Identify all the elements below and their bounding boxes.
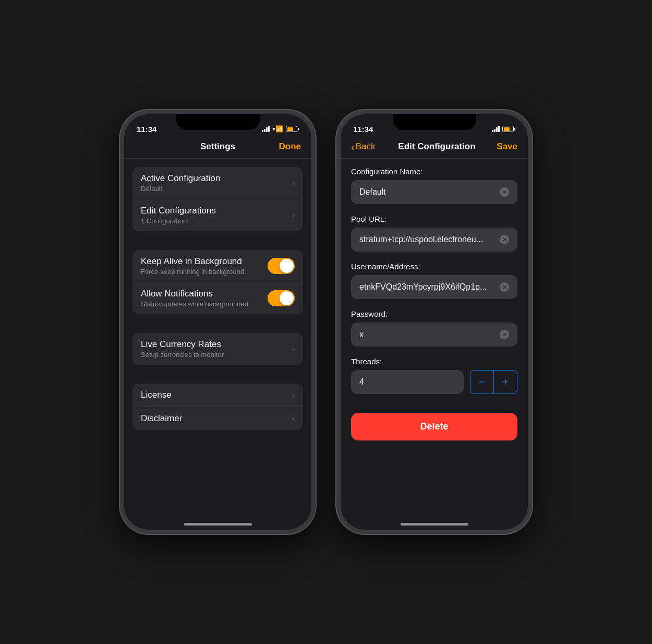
keep-alive-title: Keep Alive in Background — [141, 256, 268, 267]
page-title: Edit Configuration — [382, 141, 491, 152]
volume-down-button[interactable] — [120, 229, 121, 260]
back-button[interactable]: ‹ Back — [351, 141, 382, 152]
username-clear-button[interactable]: ✕ — [500, 282, 509, 292]
config-name-label: Configuration Name: — [351, 167, 517, 176]
chevron-right-icon: › — [292, 178, 295, 188]
settings-group-top: Active Configuration Default › Edit Conf… — [132, 167, 303, 231]
pool-url-clear-button[interactable]: ✕ — [500, 235, 509, 244]
chevron-right-icon: › — [292, 211, 295, 220]
decrement-button[interactable]: − — [470, 371, 493, 393]
battery-icon — [286, 126, 299, 132]
signal-icon — [262, 126, 270, 132]
toggle-knob — [280, 291, 294, 305]
settings-group-toggles: Keep Alive in Background Force-keep runn… — [132, 250, 303, 314]
volume-up-button[interactable] — [120, 193, 121, 224]
edit-configurations-row[interactable]: Edit Configurations 1 Configuration › — [132, 199, 303, 231]
chevron-right-icon: › — [292, 414, 295, 423]
save-button[interactable]: Save — [491, 141, 517, 152]
chevron-right-icon: › — [292, 344, 295, 354]
disclaimer-title: Disclaimer — [141, 413, 292, 424]
threads-row: 4 − + — [351, 370, 517, 394]
config-name-clear-button[interactable]: ✕ — [500, 187, 509, 197]
config-name-value: Default — [359, 187, 496, 197]
mute-button[interactable] — [336, 166, 337, 183]
battery-icon — [502, 126, 515, 132]
threads-value: 4 — [359, 377, 364, 386]
home-indicator — [401, 523, 468, 526]
threads-label: Threads: — [351, 357, 517, 366]
volume-down-button[interactable] — [336, 229, 337, 260]
keep-alive-toggle[interactable] — [268, 258, 295, 274]
keep-alive-subtitle: Force-keep running in background — [141, 268, 268, 276]
right-phone: 11:34 ‹ Back Edit Configuration Save — [336, 110, 532, 534]
status-time: 11:34 — [353, 125, 373, 134]
back-label: Back — [356, 141, 376, 152]
delete-button[interactable]: Delete — [351, 413, 517, 440]
wifi-icon: ▾📶 — [272, 125, 283, 133]
active-config-title: Active Configuration — [141, 173, 292, 184]
allow-notifications-title: Allow Notifications — [141, 289, 268, 299]
config-name-section: Configuration Name: Default ✕ — [341, 159, 528, 214]
chevron-right-icon: › — [292, 390, 295, 400]
status-icons — [492, 126, 515, 132]
password-section: Password: x ✕ — [341, 309, 528, 357]
allow-notifications-subtitle: Status updates while backgrounded — [141, 300, 268, 308]
username-section: Username/Address: etnkFVQd23mYpcyrpj9X6i… — [341, 262, 528, 309]
live-currency-subtitle: Setup currencies to monitor — [141, 351, 292, 359]
volume-up-button[interactable] — [336, 193, 337, 224]
threads-section: Threads: 4 − + — [341, 357, 528, 402]
username-label: Username/Address: — [351, 262, 517, 271]
left-phone: 11:34 ▾📶 . Settings Done — [120, 110, 316, 534]
allow-notifications-toggle[interactable] — [268, 290, 295, 306]
password-value: x — [359, 330, 496, 339]
chevron-left-icon: ‹ — [351, 141, 355, 152]
edit-config-title: Edit Configurations — [141, 206, 292, 216]
disclaimer-row[interactable]: Disclaimer › — [132, 407, 303, 430]
edit-screen-content: Configuration Name: Default ✕ Pool URL: … — [341, 159, 528, 528]
screen-content: Active Configuration Default › Edit Conf… — [124, 159, 311, 528]
settings-group-currency: Live Currency Rates Setup currencies to … — [132, 333, 303, 365]
threads-input[interactable]: 4 — [351, 370, 464, 394]
status-icons: ▾📶 — [262, 125, 299, 133]
pool-url-section: Pool URL: stratum+tcp://uspool.electrone… — [341, 214, 528, 262]
license-row[interactable]: License › — [132, 384, 303, 407]
password-clear-button[interactable]: ✕ — [500, 330, 509, 339]
mute-button[interactable] — [120, 166, 121, 183]
signal-icon — [492, 126, 500, 132]
username-value: etnkFVQd23mYpcyrpj9X6ifQp1p... — [359, 282, 496, 292]
threads-stepper: − + — [470, 370, 518, 394]
license-title: License — [141, 390, 292, 400]
increment-button[interactable]: + — [494, 371, 517, 393]
password-label: Password: — [351, 309, 517, 318]
allow-notifications-row[interactable]: Allow Notifications Status updates while… — [132, 282, 303, 314]
active-config-subtitle: Default — [141, 185, 292, 193]
edit-config-subtitle: 1 Configuration — [141, 217, 292, 225]
status-time: 11:34 — [137, 125, 156, 134]
nav-bar: ‹ Back Edit Configuration Save — [341, 137, 528, 159]
home-indicator — [184, 523, 252, 526]
pool-url-label: Pool URL: — [351, 214, 517, 223]
active-configuration-row[interactable]: Active Configuration Default › — [132, 167, 303, 199]
pool-url-value: stratum+tcp://uspool.electroneu... — [359, 235, 496, 244]
pool-url-input[interactable]: stratum+tcp://uspool.electroneu... ✕ — [351, 228, 517, 252]
keep-alive-row[interactable]: Keep Alive in Background Force-keep runn… — [132, 250, 303, 282]
power-button[interactable] — [315, 198, 316, 240]
password-input[interactable]: x ✕ — [351, 323, 517, 347]
power-button[interactable] — [531, 198, 532, 240]
live-currency-title: Live Currency Rates — [141, 339, 292, 350]
live-currency-row[interactable]: Live Currency Rates Setup currencies to … — [132, 333, 303, 365]
toggle-knob — [280, 259, 294, 273]
notch — [393, 114, 476, 130]
page-title: Settings — [161, 141, 275, 152]
nav-bar: . Settings Done — [124, 137, 311, 159]
config-name-input[interactable]: Default ✕ — [351, 180, 517, 204]
notch — [176, 114, 260, 130]
username-input[interactable]: etnkFVQd23mYpcyrpj9X6ifQp1p... ✕ — [351, 275, 517, 299]
done-button[interactable]: Done — [275, 141, 301, 152]
settings-group-bottom: License › Disclaimer › — [132, 384, 303, 430]
